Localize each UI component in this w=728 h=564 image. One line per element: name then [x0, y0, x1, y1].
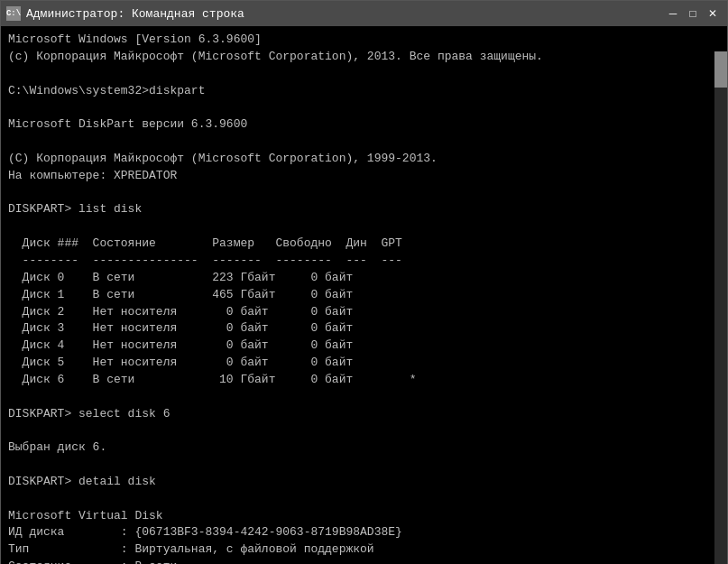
scrollbar[interactable]: [714, 51, 727, 564]
maximize-button[interactable]: □: [684, 5, 702, 23]
title-bar-controls: ─ □ ✕: [664, 5, 722, 23]
minimize-button[interactable]: ─: [664, 5, 682, 23]
terminal-output[interactable]: Microsoft Windows [Version 6.3.9600] (с)…: [1, 26, 727, 564]
title-bar: C:\ Администратор: Командная строка ─ □ …: [1, 1, 727, 26]
close-button[interactable]: ✕: [704, 5, 722, 23]
window-title: Администратор: Командная строка: [26, 7, 244, 21]
window: C:\ Администратор: Командная строка ─ □ …: [0, 0, 728, 564]
terminal-icon: C:\: [6, 6, 21, 21]
scrollbar-thumb[interactable]: [714, 51, 727, 88]
title-bar-left: C:\ Администратор: Командная строка: [6, 6, 244, 21]
